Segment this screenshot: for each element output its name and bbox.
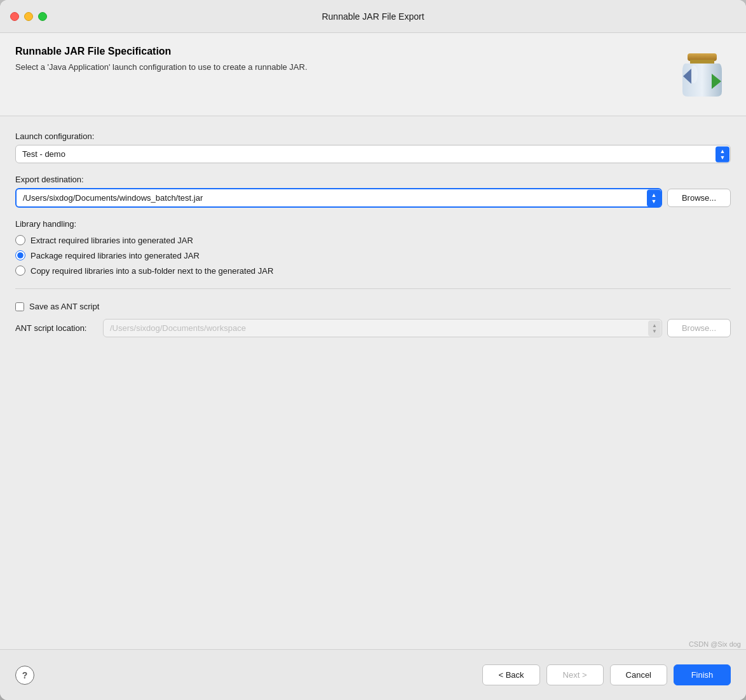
ant-browse-button: Browse...	[667, 319, 731, 337]
jar-icon	[674, 46, 731, 103]
ant-location-label: ANT script location:	[15, 323, 98, 333]
radio-group: Extract required libraries into generate…	[15, 235, 731, 276]
ant-checkbox[interactable]	[15, 302, 24, 311]
radio-copy[interactable]: Copy required libraries into a sub-folde…	[15, 266, 731, 276]
export-destination-group: Export destination: /Users/sixdog/Docume…	[15, 175, 731, 208]
launch-config-wrapper: Test - demo ▲ ▼	[15, 145, 731, 163]
radio-copy-input[interactable]	[15, 266, 25, 276]
launch-config-group: Launch configuration: Test - demo ▲ ▼	[15, 131, 731, 163]
ant-checkbox-row: Save as ANT script	[15, 302, 731, 311]
browse-button[interactable]: Browse...	[667, 189, 731, 207]
ant-script-section: Save as ANT script ANT script location: …	[15, 302, 731, 337]
export-input-wrapper: /Users/sixdog/Documents/windows_batch/te…	[15, 188, 662, 208]
radio-package-label: Package required libraries into generate…	[31, 251, 200, 260]
ant-location-select: /Users/sixdog/Documents/workspace	[103, 319, 662, 337]
main-content: Launch configuration: Test - demo ▲ ▼ Ex…	[0, 116, 746, 639]
maximize-button[interactable]	[38, 12, 47, 21]
window-title: Runnable JAR File Export	[322, 11, 424, 22]
header-text: Runnable JAR File Specification Select a…	[15, 46, 674, 72]
export-destination-select[interactable]: /Users/sixdog/Documents/windows_batch/te…	[15, 188, 662, 208]
export-row: /Users/sixdog/Documents/windows_batch/te…	[15, 188, 731, 208]
library-handling-section: Library handling: Extract required libra…	[15, 219, 731, 276]
ant-location-row: ANT script location: /Users/sixdog/Docum…	[15, 319, 731, 337]
footer-right: < Back Next > Cancel Finish	[482, 664, 731, 685]
help-button[interactable]: ?	[15, 666, 34, 685]
svg-rect-1	[690, 60, 714, 64]
header-subtitle: Select a 'Java Application' launch confi…	[15, 62, 674, 72]
radio-copy-label: Copy required libraries into a sub-folde…	[31, 266, 273, 276]
footer: ? < Back Next > Cancel Finish	[0, 649, 746, 700]
close-button[interactable]	[10, 12, 19, 21]
traffic-lights	[10, 12, 47, 21]
launch-config-label: Launch configuration:	[15, 131, 731, 141]
export-destination-label: Export destination:	[15, 175, 731, 184]
dialog-window: Runnable JAR File Export Runnable JAR Fi…	[0, 0, 746, 700]
minimize-button[interactable]	[24, 12, 33, 21]
cancel-button[interactable]: Cancel	[610, 664, 667, 685]
radio-extract-input[interactable]	[15, 235, 25, 245]
radio-package[interactable]: Package required libraries into generate…	[15, 250, 731, 260]
header-section: Runnable JAR File Specification Select a…	[0, 33, 746, 116]
ant-input-wrapper: /Users/sixdog/Documents/workspace ▲ ▼	[103, 319, 662, 337]
finish-button[interactable]: Finish	[674, 664, 731, 685]
ant-checkbox-label[interactable]: Save as ANT script	[29, 302, 99, 311]
back-button[interactable]: < Back	[482, 664, 539, 685]
footer-left: ?	[15, 666, 34, 685]
radio-extract-label: Extract required libraries into generate…	[31, 236, 193, 245]
library-handling-label: Library handling:	[15, 219, 731, 229]
radio-package-input[interactable]	[15, 250, 25, 260]
radio-extract[interactable]: Extract required libraries into generate…	[15, 235, 731, 245]
watermark: CSDN @Six dog	[0, 639, 746, 649]
titlebar: Runnable JAR File Export	[0, 0, 746, 33]
next-button[interactable]: Next >	[546, 664, 604, 685]
divider	[15, 288, 731, 289]
launch-config-select[interactable]: Test - demo	[15, 145, 731, 163]
header-title: Runnable JAR File Specification	[15, 46, 674, 57]
